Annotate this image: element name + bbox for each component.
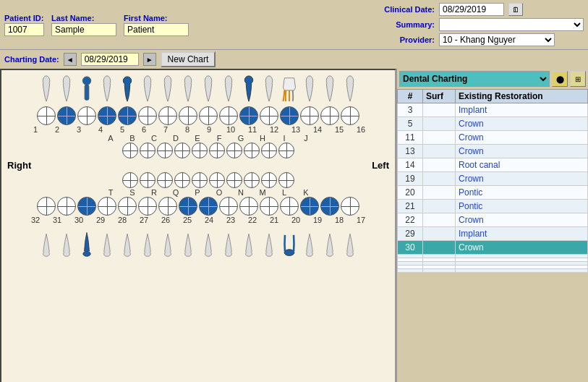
table-row[interactable]: 20Pontic [398,186,588,200]
upper-circle-14[interactable] [300,106,319,125]
restoration-table: # Surf Existing Restoration 3Implant5Cro… [397,89,588,273]
lower-primary-circle-0[interactable] [122,172,138,188]
upper-circle-12[interactable] [260,106,278,125]
lower-circle-6[interactable] [138,197,157,216]
lower-tooth-31 [57,230,76,258]
table-row[interactable]: 30Crown [398,241,588,255]
last-name-input[interactable] [51,23,116,36]
lower-primary-circle-9[interactable] [278,172,294,188]
patient-id-input[interactable] [4,23,44,36]
summary-select[interactable] [439,18,584,31]
table-row[interactable]: 14Root canal [398,158,588,172]
patient-id-group: Patient ID: [4,14,44,36]
upper-primary-circle-0[interactable] [122,143,138,158]
lower-primary-circle-7[interactable] [244,172,260,188]
upper-primary-circle-3[interactable] [174,143,190,158]
lower-circle-4[interactable] [98,197,116,216]
tooth-img-2 [57,75,76,103]
table-row[interactable]: 5Crown [398,117,588,131]
cell-restoration: Crown [456,172,588,186]
upper-primary-circle-4[interactable] [192,143,208,158]
lower-circle-7[interactable] [158,197,177,216]
table-row[interactable]: 19Crown [398,172,588,186]
lower-primary-circle-1[interactable] [140,172,155,188]
right-header: Clinical Date: 🗓 Summary: Provider: 10 -… [384,3,584,46]
upper-circle-7[interactable] [158,106,177,125]
new-chart-button[interactable]: New Chart [161,51,216,67]
lower-circle-8[interactable] [179,197,197,216]
lower-circle-2[interactable] [57,197,76,216]
lower-tooth-32 [37,230,56,258]
svg-point-23 [185,251,192,256]
svg-point-21 [145,251,151,256]
upper-circle-16[interactable] [341,106,359,125]
charting-date-input[interactable] [81,53,139,66]
lower-primary-circle-8[interactable] [261,172,277,188]
lower-circle-15[interactable] [320,197,339,216]
upper-primary-circle-5[interactable] [209,143,225,158]
upper-circle-13[interactable] [280,106,299,125]
lower-circle-10[interactable] [219,197,238,216]
upper-primary-circle-2[interactable] [157,143,173,158]
lower-primary-circle-2[interactable] [157,172,173,188]
upper-primary-circle-9[interactable] [278,143,294,158]
next-date-button[interactable]: ► [143,53,156,66]
upper-circle-15[interactable] [320,106,339,125]
svg-point-27 [266,251,273,256]
lower-primary-circle-4[interactable] [192,172,208,188]
lower-circle-3[interactable] [77,197,96,216]
lower-circle-13[interactable] [280,197,299,216]
upper-circle-1[interactable] [37,106,56,125]
lower-primary-circle-5[interactable] [209,172,225,188]
upper-circle-5[interactable] [118,106,137,125]
clinical-date-input[interactable] [439,3,504,16]
upper-circle-11[interactable] [239,106,258,125]
cell-number: 5 [398,117,423,131]
upper-circle-2[interactable] [57,106,76,125]
lower-circle-12[interactable] [260,197,278,216]
provider-select[interactable]: 10 - Khang Nguyer [439,33,555,46]
tooth-img-9 [199,75,218,103]
lower-number-row: 32313029282726252423222120191817 [4,216,392,224]
lower-primary-circle-6[interactable] [226,172,242,188]
upper-primary-circle-6[interactable] [226,143,242,158]
upper-circle-10[interactable] [219,106,238,125]
upper-num-15: 15 [329,125,349,134]
upper-letter-D: D [166,134,186,143]
table-row[interactable]: 21Pontic [398,200,588,213]
charting-icon-button[interactable]: ⬤ [552,71,568,87]
upper-primary-circle-1[interactable] [140,143,155,158]
lower-circle-9[interactable] [199,197,218,216]
upper-circle-6[interactable] [138,106,157,125]
lower-circle-16[interactable] [341,197,359,216]
upper-primary-circle-8[interactable] [261,143,277,158]
lower-num-20: 20 [286,216,306,224]
svg-point-17 [64,251,70,256]
upper-circle-4[interactable] [98,106,116,125]
lower-circle-11[interactable] [239,197,258,216]
lower-circle-14[interactable] [300,197,319,216]
charting-type-select[interactable]: Dental Charting [399,71,550,87]
cell-restoration: Implant [456,103,588,117]
table-row[interactable] [398,269,588,273]
lower-primary-circle-3[interactable] [174,172,190,188]
table-row[interactable]: 13Crown [398,145,588,158]
prev-date-button[interactable]: ◄ [64,53,77,66]
first-name-group: First Name: [124,14,189,36]
upper-circle-8[interactable] [179,106,197,125]
upper-num-4: 4 [90,125,111,134]
cell-number: 30 [398,241,423,255]
calendar-button[interactable]: 🗓 [508,3,523,16]
table-row[interactable]: 3Implant [398,103,588,117]
upper-num-6: 6 [134,125,154,134]
table-row[interactable]: 22Crown [398,213,588,227]
lower-circle-5[interactable] [118,197,137,216]
upper-circle-9[interactable] [199,106,218,125]
lower-circle-1[interactable] [37,197,56,216]
upper-circle-3[interactable] [77,106,96,125]
first-name-input[interactable] [124,23,189,36]
charting-grid-button[interactable]: ⊞ [570,71,586,87]
upper-primary-circle-7[interactable] [244,143,260,158]
table-row[interactable]: 11Crown [398,131,588,145]
table-row[interactable]: 29Implant [398,227,588,241]
